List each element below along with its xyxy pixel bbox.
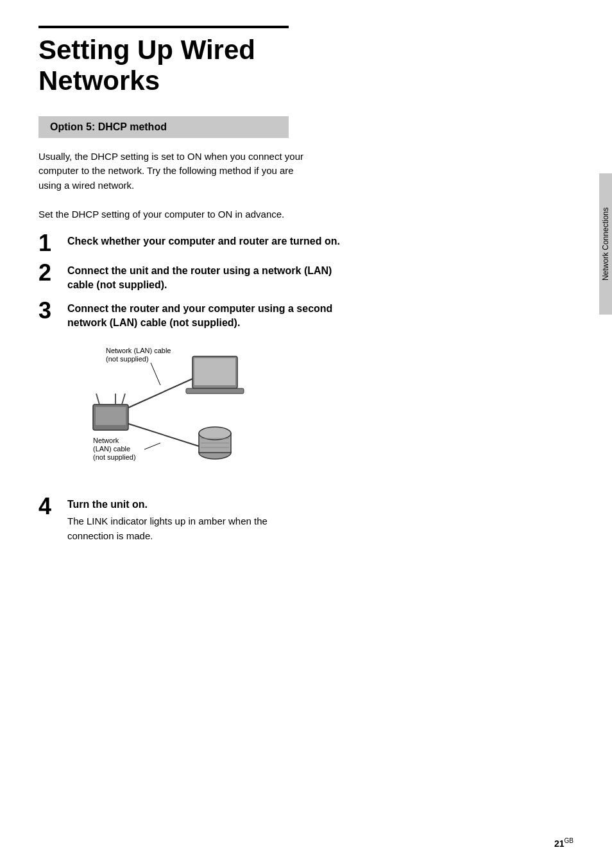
diagram-label-top-line2: (not supplied) <box>106 355 149 363</box>
page-number-value: 21 <box>554 838 565 849</box>
svg-point-10 <box>199 427 231 440</box>
svg-line-15 <box>128 424 199 446</box>
step-1-number: 1 <box>38 232 67 255</box>
unit-icon <box>199 427 231 459</box>
laptop-icon <box>186 356 244 394</box>
intro-paragraph-1: Usually, the DHCP setting is set to ON w… <box>38 150 308 193</box>
diagram-label-bottom-line1: Network <box>93 437 119 444</box>
sidebar-bar: Network Connections <box>599 173 612 315</box>
step-3-text: Connect the router and your computer usi… <box>67 303 332 328</box>
diagram-item: Network (LAN) cable (not supplied) Netwo… <box>38 343 574 485</box>
svg-rect-4 <box>96 407 126 425</box>
svg-line-5 <box>96 394 99 404</box>
page-number: 21GB <box>554 837 574 849</box>
page-container: Setting Up WiredNetworks Option 5: DHCP … <box>0 0 612 868</box>
diagram-label-bottom-line2: (LAN) cable <box>93 445 130 453</box>
step-2-text: Connect the unit and the router using a … <box>67 265 332 290</box>
diagram-area: Network (LAN) cable (not supplied) Netwo… <box>67 343 273 485</box>
step-4-number: 4 <box>38 495 67 518</box>
sidebar-text: Network Connections <box>601 207 610 281</box>
diagram-label-bottom-line3: (not supplied) <box>93 453 136 461</box>
step-4: 4 Turn the unit on. The LINK indicator l… <box>38 498 346 543</box>
svg-rect-2 <box>186 388 244 394</box>
step-3: 3 Connect the router and your computer u… <box>38 302 346 331</box>
step-4-subtext: The LINK indicator lights up in amber wh… <box>67 514 311 543</box>
page-title: Setting Up WiredNetworks <box>38 35 574 97</box>
svg-line-7 <box>122 394 125 404</box>
step-1: 1 Check whether your computer and router… <box>38 234 346 255</box>
step-3-number: 3 <box>38 299 67 322</box>
option-box: Option 5: DHCP method <box>38 116 289 138</box>
step-1-text: Check whether your computer and router a… <box>67 236 340 247</box>
diagram-label-top-line1: Network (LAN) cable <box>106 347 171 354</box>
step-2-number: 2 <box>38 261 67 284</box>
svg-line-14 <box>128 379 192 408</box>
step-2: 2 Connect the unit and the router using … <box>38 264 346 293</box>
page-number-suffix: GB <box>565 837 574 844</box>
svg-line-17 <box>144 443 160 449</box>
top-border <box>38 26 289 28</box>
router-icon <box>93 394 128 430</box>
intro-text: Usually, the DHCP setting is set to ON w… <box>38 150 308 222</box>
network-diagram: Network (LAN) cable (not supplied) Netwo… <box>67 343 273 485</box>
steps-list: 1 Check whether your computer and router… <box>38 234 574 543</box>
step-4-text: Turn the unit on. <box>67 499 148 510</box>
svg-rect-1 <box>194 358 235 385</box>
svg-line-16 <box>151 363 160 385</box>
intro-paragraph-2: Set the DHCP setting of your computer to… <box>38 207 308 222</box>
option-box-title: Option 5: DHCP method <box>50 121 167 132</box>
